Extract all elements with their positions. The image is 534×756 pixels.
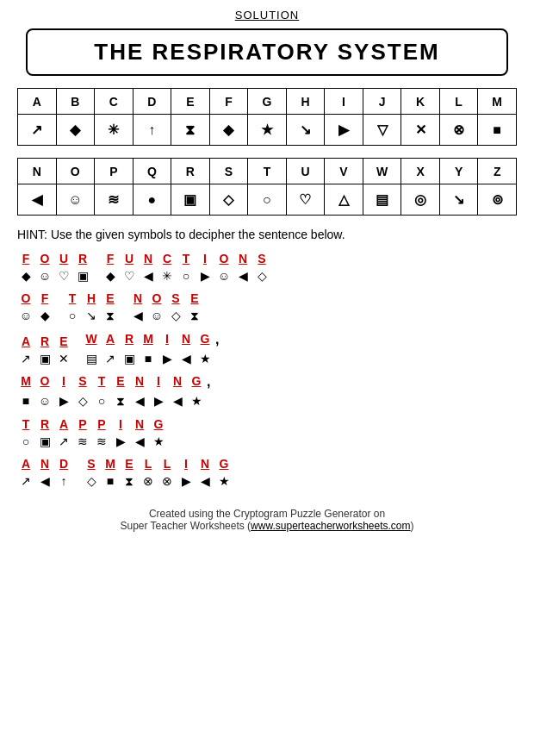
word-group: AND xyxy=(17,457,72,472)
symbol-group: ◆☺♡▣ xyxy=(17,268,91,285)
punctuation: , xyxy=(207,374,210,391)
symbol-group: ☺◆ xyxy=(17,308,53,325)
letter-row: AREWARMING, xyxy=(17,332,517,349)
symbol-row: ■☺▶◇○⧗◀▶◀★ xyxy=(17,393,517,410)
word-group: MOISTENING, xyxy=(17,374,210,391)
decoded-lines: FOURFUNCTIONS◆☺♡▣◆♡◀✳○▶☺◀◇OFTHENOSE☺◆○↘⧗… xyxy=(17,252,517,490)
symbol-group: ◀☺◇⧗ xyxy=(129,308,203,325)
symbol-group: ■☺▶◇○⧗◀▶◀★ xyxy=(17,393,205,410)
hint-text: HINT: Use the given symbols to decipher … xyxy=(17,228,517,241)
letter-row: TRAPPING xyxy=(17,417,517,432)
symbol-group: ↗▣✕ xyxy=(17,351,72,368)
word-group: FUNCTIONS xyxy=(102,252,270,266)
page-title: THE RESPIRATORY SYSTEM xyxy=(45,39,489,66)
word-group: THE xyxy=(64,291,119,306)
decoded-line: ANDSMELLING↗◀↑◇■⧗⊗⊗▶◀★ xyxy=(17,457,517,490)
word-group: WARMING, xyxy=(83,332,219,349)
punctuation: , xyxy=(215,332,219,349)
symbol-group: ↗◀↑ xyxy=(17,473,72,490)
symbol-row: ↗▣✕▤↗▣■▶◀★ xyxy=(17,351,517,368)
footer-line2: Super Teacher Worksheets (www.superteach… xyxy=(17,520,517,532)
word-group: ARE xyxy=(17,334,72,349)
solution-label: SOLUTION xyxy=(17,9,517,22)
decoded-line: FOURFUNCTIONS◆☺♡▣◆♡◀✳○▶☺◀◇ xyxy=(17,252,517,284)
decoded-line: TRAPPING○▣↗≋≋▶◀★ xyxy=(17,417,517,450)
letter-row: OFTHENOSE xyxy=(17,291,517,306)
footer: Created using the Cryptogram Puzzle Gene… xyxy=(17,508,517,532)
footer-line1: Created using the Cryptogram Puzzle Gene… xyxy=(17,508,517,520)
cipher-table-2: NOPQRSTUVWXYZ ◀☺≋●▣◇○♡△▤◎↘⊚ xyxy=(17,158,517,216)
symbol-row: ○▣↗≋≋▶◀★ xyxy=(17,434,517,451)
word-group: NOSE xyxy=(129,291,203,306)
cipher-table-1: ABCDEFGHIJKLM ↗◆✳↑⧗◆★↘▶▽✕⊗■ xyxy=(17,88,517,146)
symbol-group: ○▣↗≋≋▶◀★ xyxy=(17,434,167,451)
word-group: FOUR xyxy=(17,252,91,266)
symbol-group: ◆♡◀✳○▶☺◀◇ xyxy=(102,268,270,285)
letter-row: ANDSMELLING xyxy=(17,457,517,472)
word-group: SMELLING xyxy=(83,457,233,472)
word-group: TRAPPING xyxy=(17,417,167,432)
decoded-line: MOISTENING,■☺▶◇○⧗◀▶◀★ xyxy=(17,374,517,410)
symbol-group: ▤↗▣■▶◀★ xyxy=(83,351,214,368)
decoded-line: AREWARMING,↗▣✕▤↗▣■▶◀★ xyxy=(17,332,517,368)
decoded-line: OFTHENOSE☺◆○↘⧗◀☺◇⧗ xyxy=(17,291,517,324)
symbol-row: ◆☺♡▣◆♡◀✳○▶☺◀◇ xyxy=(17,268,517,285)
symbol-row: ☺◆○↘⧗◀☺◇⧗ xyxy=(17,308,517,325)
word-group: OF xyxy=(17,291,53,306)
symbol-row: ↗◀↑◇■⧗⊗⊗▶◀★ xyxy=(17,473,517,490)
letter-row: FOURFUNCTIONS xyxy=(17,252,517,266)
footer-link[interactable]: www.superteacherworksheets.com xyxy=(251,520,410,532)
symbol-group: ◇■⧗⊗⊗▶◀★ xyxy=(83,473,233,490)
letter-row: MOISTENING, xyxy=(17,374,517,391)
symbol-group: ○↘⧗ xyxy=(64,308,119,325)
title-box: THE RESPIRATORY SYSTEM xyxy=(26,28,508,76)
